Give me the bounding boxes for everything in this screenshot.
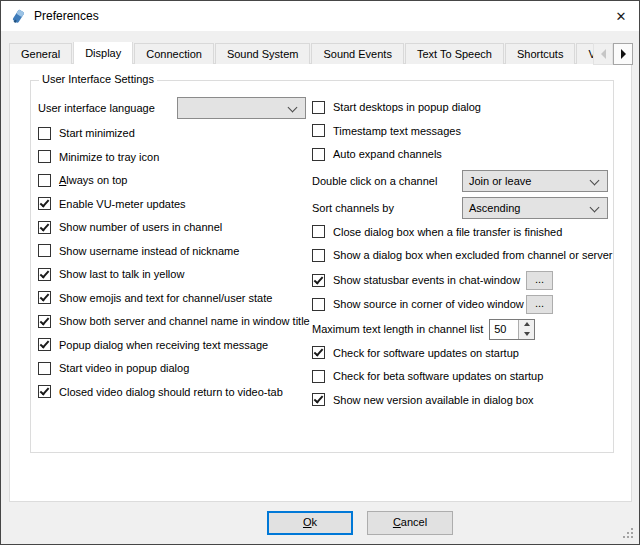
show-statusbar-events-in-chat-window-more-button[interactable]: ... (526, 271, 553, 290)
settings-row: Check for software updates on startup (312, 345, 620, 361)
show-emojis-and-text-for-channel-user-state-label[interactable]: Show emojis and text for channel/user st… (59, 292, 272, 304)
sort-channels-by-combobox-value: Ascending (469, 201, 520, 215)
settings-left-column: User interface languageStart minimizedMi… (38, 97, 308, 407)
tab-video[interactable]: Video (576, 43, 593, 64)
teamtalk-app-icon (10, 8, 26, 24)
show-both-server-and-channel-name-in-window-title-label[interactable]: Show both server and channel name in win… (59, 315, 310, 327)
settings-row: User interface language (38, 97, 308, 119)
settings-row: Show new version available in dialog box (312, 392, 620, 408)
closed-video-dialog-should-return-to-video-tab-checkbox[interactable] (38, 385, 51, 398)
double-click-on-a-channel-combobox[interactable]: Join or leave (462, 170, 608, 192)
sort-channels-by-combobox[interactable]: Ascending (462, 197, 608, 219)
tab-bar: GeneralDisplayConnectionSound SystemSoun… (9, 42, 593, 64)
cancel-button[interactable]: Cancel (367, 511, 453, 535)
chevron-down-icon (590, 175, 600, 185)
timestamp-text-messages-label[interactable]: Timestamp text messages (333, 125, 461, 137)
show-source-in-corner-of-video-window-label[interactable]: Show source in corner of video window (333, 298, 524, 310)
tab-scroll-right-button[interactable] (613, 43, 633, 65)
show-new-version-available-in-dialog-box-label[interactable]: Show new version available in dialog box (333, 394, 534, 406)
tab-shortcuts[interactable]: Shortcuts (505, 43, 575, 64)
close-dialog-box-when-a-file-transfer-is-finished-label[interactable]: Close dialog box when a file transfer is… (333, 226, 562, 238)
settings-row: Start video in popup dialog (38, 360, 308, 376)
start-desktops-in-popup-dialog-checkbox[interactable] (312, 101, 325, 114)
user-interface-language-combobox[interactable] (177, 97, 306, 119)
settings-row: Start minimized (38, 125, 308, 141)
settings-row: Maximum text length in channel list50 (312, 319, 620, 340)
minimize-to-tray-icon-checkbox[interactable] (38, 150, 51, 163)
settings-row: Close dialog box when a file transfer is… (312, 224, 620, 240)
close-icon[interactable]: ✕ (603, 1, 639, 31)
settings-row: Show both server and channel name in win… (38, 313, 308, 329)
settings-row: Show last to talk in yellow (38, 266, 308, 282)
chevron-down-icon (288, 103, 298, 113)
enable-vu-meter-updates-label[interactable]: Enable VU-meter updates (59, 198, 186, 210)
show-username-instead-of-nickname-label[interactable]: Show username instead of nickname (59, 245, 239, 257)
tab-scroll-left-button[interactable] (593, 43, 613, 65)
always-on-top-label[interactable]: Always on top (59, 174, 128, 186)
settings-right-column: Start desktops in popup dialogTimestamp … (312, 99, 620, 415)
show-username-instead-of-nickname-checkbox[interactable] (38, 244, 51, 257)
timestamp-text-messages-checkbox[interactable] (312, 124, 325, 137)
show-number-of-users-in-channel-label[interactable]: Show number of users in channel (59, 221, 222, 233)
settings-row: Auto expand channels (312, 146, 620, 162)
show-both-server-and-channel-name-in-window-title-checkbox[interactable] (38, 315, 51, 328)
show-last-to-talk-in-yellow-checkbox[interactable] (38, 268, 51, 281)
tab-general[interactable]: General (9, 43, 72, 64)
close-dialog-box-when-a-file-transfer-is-finished-checkbox[interactable] (312, 225, 325, 238)
spin-down-button[interactable] (519, 329, 534, 339)
settings-row: Sort channels byAscending (312, 197, 620, 219)
popup-dialog-when-receiving-text-message-label[interactable]: Popup dialog when receiving text message (59, 339, 268, 351)
show-number-of-users-in-channel-checkbox[interactable] (38, 221, 51, 234)
tab-text-to-speech[interactable]: Text To Speech (405, 43, 504, 64)
ok-button[interactable]: Ok (267, 511, 353, 535)
always-on-top-checkbox[interactable] (38, 174, 51, 187)
popup-dialog-when-receiving-text-message-checkbox[interactable] (38, 338, 51, 351)
show-a-dialog-box-when-excluded-from-channel-or-serv-label[interactable]: Show a dialog box when excluded from cha… (333, 249, 612, 261)
check-for-beta-software-updates-on-startup-checkbox[interactable] (312, 370, 325, 383)
show-statusbar-events-in-chat-window-label[interactable]: Show statusbar events in chat-window (333, 274, 520, 286)
settings-row: Closed video dialog should return to vid… (38, 384, 308, 400)
spinner-value-field[interactable]: 50 (490, 320, 518, 339)
tab-page-display: User Interface Settings User interface l… (9, 63, 632, 502)
settings-row: Check for beta software updates on start… (312, 368, 620, 384)
settings-row: Show emojis and text for channel/user st… (38, 290, 308, 306)
auto-expand-channels-checkbox[interactable] (312, 148, 325, 161)
show-new-version-available-in-dialog-box-checkbox[interactable] (312, 393, 325, 406)
show-statusbar-events-in-chat-window-checkbox[interactable] (312, 274, 325, 287)
check-for-software-updates-on-startup-label[interactable]: Check for software updates on startup (333, 347, 519, 359)
arrow-right-icon (621, 49, 626, 59)
spin-up-button[interactable] (519, 320, 534, 330)
start-minimized-label[interactable]: Start minimized (59, 127, 135, 139)
dialog-footer: OkCancel (1, 502, 639, 544)
user-interface-language-label: User interface language (38, 102, 155, 114)
show-a-dialog-box-when-excluded-from-channel-or-serv-checkbox[interactable] (312, 249, 325, 262)
settings-row: Show statusbar events in chat-window... (312, 271, 620, 290)
check-for-software-updates-on-startup-checkbox[interactable] (312, 346, 325, 359)
enable-vu-meter-updates-checkbox[interactable] (38, 197, 51, 210)
tab-sound-events[interactable]: Sound Events (311, 43, 404, 64)
title-bar: Preferences ✕ (1, 1, 639, 31)
tab-sound-system[interactable]: Sound System (215, 43, 311, 64)
show-source-in-corner-of-video-window-checkbox[interactable] (312, 298, 325, 311)
double-click-on-a-channel-combobox-value: Join or leave (469, 174, 531, 188)
closed-video-dialog-should-return-to-video-tab-label[interactable]: Closed video dialog should return to vid… (59, 386, 283, 398)
start-minimized-checkbox[interactable] (38, 127, 51, 140)
show-source-in-corner-of-video-window-more-button[interactable]: ... (526, 295, 553, 314)
show-emojis-and-text-for-channel-user-state-checkbox[interactable] (38, 291, 51, 304)
check-for-beta-software-updates-on-startup-label[interactable]: Check for beta software updates on start… (333, 370, 543, 382)
settings-row: Timestamp text messages (312, 123, 620, 139)
start-video-in-popup-dialog-checkbox[interactable] (38, 362, 51, 375)
start-video-in-popup-dialog-label[interactable]: Start video in popup dialog (59, 362, 189, 374)
start-desktops-in-popup-dialog-label[interactable]: Start desktops in popup dialog (333, 101, 481, 113)
show-last-to-talk-in-yellow-label[interactable]: Show last to talk in yellow (59, 268, 184, 280)
sort-channels-by-label: Sort channels by (312, 202, 394, 214)
resize-grip[interactable] (621, 526, 635, 540)
arrow-left-icon (601, 49, 606, 59)
tab-display[interactable]: Display (73, 42, 133, 64)
tab-scroll-buttons (593, 43, 633, 65)
preferences-dialog: Preferences ✕ GeneralDisplayConnectionSo… (0, 0, 640, 545)
tab-connection[interactable]: Connection (134, 43, 214, 64)
minimize-to-tray-icon-label[interactable]: Minimize to tray icon (59, 151, 159, 163)
settings-row: Enable VU-meter updates (38, 196, 308, 212)
auto-expand-channels-label[interactable]: Auto expand channels (333, 148, 442, 160)
